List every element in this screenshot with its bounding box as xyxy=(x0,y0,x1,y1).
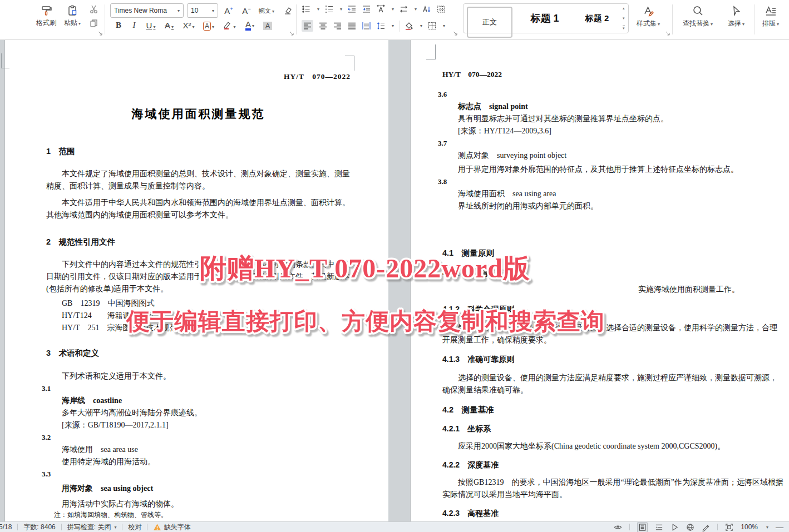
proofread-button[interactable]: 校对 xyxy=(122,523,147,532)
style-heading1[interactable]: 标题 1 xyxy=(516,4,574,33)
insert-table-button[interactable] xyxy=(436,4,446,14)
chevron-down-icon: ▾ xyxy=(272,9,274,14)
cursor-icon xyxy=(730,5,742,17)
font-group-expander[interactable] xyxy=(289,31,294,36)
borders-button[interactable] xyxy=(427,21,437,31)
character-scale-button[interactable] xyxy=(376,4,386,14)
font-color-button[interactable]: A▾ xyxy=(240,19,259,31)
style-gallery-up[interactable]: ▴ xyxy=(623,6,625,11)
word-count[interactable]: 字数: 8406 xyxy=(18,523,61,532)
page-right[interactable]: HY/T 070—2022 3.6 标志点 signal point 具有明显标… xyxy=(410,40,789,522)
style-set-button[interactable]: 样式集▾ xyxy=(632,5,664,28)
clear-format-button[interactable] xyxy=(283,6,292,16)
find-replace-button[interactable]: 查找替换▾ xyxy=(677,5,719,28)
warning-icon xyxy=(153,523,161,531)
decrease-font-button[interactable]: A− xyxy=(239,6,254,16)
paste-button[interactable]: 粘贴▾ xyxy=(59,4,86,28)
term-number: 3.6 xyxy=(438,88,783,101)
eye-protect-mode-icon[interactable] xyxy=(614,523,622,531)
shading-button[interactable] xyxy=(405,21,414,31)
phonetic-guide-button[interactable]: 帵文▾ xyxy=(257,7,276,15)
page-indicator[interactable]: 5/18 xyxy=(0,523,17,531)
align-center-button[interactable] xyxy=(318,21,328,31)
reference-line: HY/T 251 宗海图编绘技术规范 xyxy=(62,322,351,334)
page-view-button[interactable] xyxy=(637,522,648,532)
paragraph-group-expander[interactable] xyxy=(453,31,457,36)
zoom-out-button[interactable]: — xyxy=(776,523,783,531)
align-right-button[interactable] xyxy=(333,21,342,31)
crop-mark xyxy=(1,53,9,68)
fit-page-button[interactable] xyxy=(725,523,733,531)
term-line: 海域使用 sea area use xyxy=(62,444,351,456)
line-spacing-button[interactable] xyxy=(376,21,386,31)
font-name-value: Times New Roma xyxy=(114,7,167,14)
chevron-down-icon: ▾ xyxy=(711,22,713,27)
doc-paragraph: 按照GB12319 的要求，中国沿海地区一般采用“理论最低潮面”作为深度基准面；… xyxy=(442,476,783,501)
text-direction-button[interactable] xyxy=(399,4,408,14)
character-shading-button[interactable]: A xyxy=(260,21,275,30)
chevron-down-icon: ▾ xyxy=(114,525,116,530)
align-left-button[interactable] xyxy=(302,20,313,32)
source-line: [来源：HY/T124—2009,3.6] xyxy=(458,125,783,137)
increase-font-button[interactable]: A+ xyxy=(221,6,236,16)
doc-paragraph: 本文件规定了海域使用面积测量的总则、技术设计、测点对象确定、测量实施、测量精度、… xyxy=(46,168,351,192)
italic-button[interactable]: I xyxy=(127,21,141,30)
layout-button[interactable]: 排版▾ xyxy=(757,5,785,28)
edit-pen-button[interactable] xyxy=(702,523,710,531)
section-heading: 4.1.2 科学合理原则 xyxy=(442,303,783,315)
superscript-button[interactable]: X²▾ xyxy=(179,21,198,30)
highlight-button[interactable]: ▾ xyxy=(219,21,239,30)
style-gallery-expand[interactable]: ▾ xyxy=(623,26,625,31)
style-normal[interactable]: 正文 xyxy=(467,7,512,38)
strikethrough-button[interactable]: A▾ xyxy=(160,21,178,30)
play-presentation-button[interactable] xyxy=(670,523,679,531)
term-definition: 用海活动中实际占有海域的物体。 xyxy=(62,498,351,510)
increase-indent-button[interactable] xyxy=(362,4,371,14)
missing-font-warning[interactable]: 缺失字体 xyxy=(147,523,196,532)
format-painter-button[interactable]: 格式刷 xyxy=(33,4,59,28)
cut-button[interactable] xyxy=(89,4,98,14)
zoom-level[interactable]: 100% xyxy=(741,523,758,531)
style-heading2[interactable]: 标题 2 xyxy=(574,4,620,33)
copy-button[interactable] xyxy=(89,18,98,28)
term-line: 海域使用面积 sea using area xyxy=(458,188,783,200)
bold-button[interactable]: B xyxy=(111,21,126,30)
term-number: 3.8 xyxy=(438,176,783,188)
sort-button[interactable] xyxy=(422,4,431,14)
font-name-select[interactable]: Times New Roma▾ xyxy=(110,3,184,18)
chevron-down-icon: ▾ xyxy=(392,7,394,12)
decrease-indent-button[interactable] xyxy=(347,4,357,14)
font-size-select[interactable]: 10▾ xyxy=(187,3,218,18)
zoom-dropdown[interactable]: ▾ xyxy=(766,525,768,530)
bullet-list-button[interactable] xyxy=(302,4,311,14)
style-set-label: 样式集 xyxy=(637,19,657,27)
ribbon-toolbar: 格式刷 粘贴▾ Times New Roma▾ 10▾ A+ A− xyxy=(0,0,789,40)
clipboard-group-expander[interactable] xyxy=(98,31,102,36)
doc-paragraph: 下列文件中的内容通过本文件的规范性引用而构成本文件必不可少的条款。其中，注日期的… xyxy=(46,258,351,295)
spell-check-toggle[interactable]: 拼写检查: 关闭▾ xyxy=(62,523,122,532)
section-heading: 4.1 测量原则 xyxy=(442,247,783,259)
enclose-character-button[interactable]: A▾ xyxy=(199,21,218,30)
outline-view-button[interactable] xyxy=(655,523,663,531)
chevron-down-icon: ▾ xyxy=(415,7,417,12)
style-set-expander[interactable] xyxy=(665,31,670,36)
select-button[interactable]: 选择▾ xyxy=(721,5,751,28)
search-icon xyxy=(692,5,704,17)
status-bar: 5/18 字数: 8406 拼写检查: 关闭▾ 校对 缺失字体 100% ▾ — xyxy=(0,521,789,532)
chevron-down-icon: ▾ xyxy=(742,22,744,27)
page-header: HY/T 070—2022 xyxy=(46,72,351,82)
style-gallery-down[interactable]: ▾ xyxy=(623,16,625,21)
web-view-button[interactable] xyxy=(686,523,694,531)
document-canvas: HY/T 070—2022 海域使用面积测量规范 1 范围 本文件规定了海域使用… xyxy=(0,40,789,522)
numbered-list-button[interactable] xyxy=(324,4,334,14)
arrange-button[interactable]: 排列 xyxy=(785,5,789,28)
underline-button[interactable]: U▾ xyxy=(142,21,159,30)
justify-button[interactable] xyxy=(347,21,357,31)
doc-paragraph: 选择的测量设备、使用的测量方法应满足精度要求，施测过程应严谨细致，测量数据可溯源… xyxy=(442,372,783,396)
font-size-value: 10 xyxy=(191,7,198,14)
distribute-button[interactable] xyxy=(362,21,371,31)
clipboard-group: 格式刷 粘贴▾ xyxy=(33,4,98,28)
source-line: [来源：GB/T18190—2017,2.1.1] xyxy=(62,419,351,431)
term-line: 测点对象 surveying point object xyxy=(458,150,783,162)
page-left[interactable]: HY/T 070—2022 海域使用面积测量规范 1 范围 本文件规定了海域使用… xyxy=(4,40,388,522)
